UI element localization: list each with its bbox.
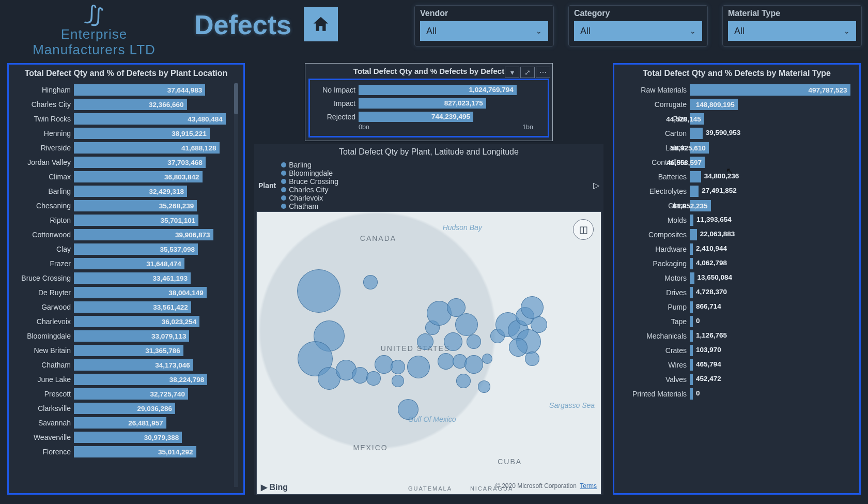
map-bubble[interactable] [363, 275, 378, 289]
map-bubble[interactable] [391, 360, 405, 374]
bar-row[interactable]: De Ruyter38,004,149 [14, 286, 231, 300]
map-bubble[interactable] [521, 296, 544, 319]
filter-vendor-dropdown[interactable]: All ⌄ [420, 21, 548, 41]
legend-next-icon[interactable]: ▷ [593, 180, 599, 190]
bar-row[interactable]: Wires465,794 [619, 358, 851, 372]
filter-material-type-dropdown[interactable]: All ⌄ [728, 21, 856, 41]
bar-row[interactable]: Crates103,970 [619, 344, 851, 358]
bar-row[interactable]: June Lake38,224,798 [14, 373, 231, 387]
bar-row[interactable]: Packaging4,062,798 [619, 257, 851, 271]
bar-row[interactable]: Barling32,429,318 [14, 185, 231, 198]
bar-value: 32,429,318 [149, 188, 184, 195]
legend-item[interactable]: Charles City [281, 186, 338, 194]
bar-row[interactable]: Mechanicals1,126,765 [619, 329, 851, 343]
bar-row[interactable]: Raw Materials497,787,523 [619, 83, 851, 97]
bar-value: 744,239,495 [431, 113, 470, 120]
bar-row[interactable]: Climax36,803,842 [14, 170, 231, 184]
bar-row[interactable]: Drives4,728,370 [619, 286, 851, 300]
bar-row[interactable]: No Impact1,024,769,794 [314, 83, 544, 97]
bar-row[interactable]: Molds11,393,654 [619, 213, 851, 227]
map-bubble[interactable] [482, 354, 492, 364]
map-bubble[interactable] [467, 334, 481, 349]
legend-item-label: Bruce Crossing [289, 177, 338, 186]
legend-item[interactable]: Chatham [281, 202, 338, 210]
bar-row[interactable]: Pump866,714 [619, 300, 851, 314]
map-bubble[interactable] [525, 352, 539, 366]
legend-item[interactable]: Bloomingdale [281, 169, 338, 177]
plant-bar-list[interactable]: Hingham37,644,983Charles City32,366,660T… [14, 83, 234, 487]
legend-item[interactable]: Barling [281, 161, 338, 169]
bar-row[interactable]: Printed Materials0 [619, 387, 851, 401]
plant-scrollbar[interactable] [234, 83, 238, 487]
bar-row[interactable]: Impact827,023,175 [314, 97, 544, 110]
bar-value: 103,970 [696, 346, 721, 354]
bar-row[interactable]: Motors13,650,084 [619, 271, 851, 285]
legend-item[interactable]: Bruce Crossing [281, 177, 338, 186]
more-options-icon[interactable]: ⋯ [536, 67, 550, 78]
map-terms-link[interactable]: Terms [580, 482, 597, 490]
map-bubble[interactable] [464, 355, 483, 374]
bar-track: 866,714 [690, 301, 851, 313]
bar-row[interactable]: Charlevoix36,023,254 [14, 315, 231, 329]
bar-row[interactable]: Tape0 [619, 315, 851, 329]
map-bubble[interactable] [398, 399, 419, 420]
map-lasso-icon[interactable]: ◫ [573, 219, 594, 240]
bar-row[interactable]: Henning38,915,221 [14, 127, 231, 141]
legend-dot-icon [281, 171, 286, 176]
map-canvas[interactable]: ◫ CANADA UNITED STATES MEXICO CUBA GUATE… [256, 211, 601, 495]
map-bubble[interactable] [297, 269, 340, 313]
map-bubble[interactable] [456, 374, 471, 388]
bar-row[interactable]: Controllers46,558,597 [619, 156, 851, 170]
bar-row[interactable]: Frazer31,648,474 [14, 257, 231, 271]
bar-row[interactable]: Weaverville30,979,388 [14, 431, 231, 445]
bar-row[interactable]: Electrolytes27,491,852 [619, 185, 851, 198]
filter-icon[interactable]: ▾ [505, 67, 519, 78]
bar-row[interactable]: Rejected744,239,495 [314, 110, 544, 124]
bar-row[interactable]: Hardware2,410,944 [619, 242, 851, 256]
bar-row[interactable]: Glass64,952,235 [619, 199, 851, 213]
bar-row[interactable]: Bruce Crossing33,461,193 [14, 271, 231, 285]
bar-row[interactable]: Cottonwood39,906,873 [14, 228, 231, 242]
bar-value: 33,461,193 [152, 274, 188, 282]
bar-row[interactable]: Carton39,590,953 [619, 127, 851, 141]
bar-row[interactable]: Jordan Valley37,703,468 [14, 156, 231, 170]
map-bubble[interactable] [509, 338, 528, 357]
bar-row[interactable]: Labels58,925,610 [619, 141, 851, 155]
bar-row[interactable]: Clarksville29,036,286 [14, 402, 231, 416]
map-bubble[interactable] [444, 332, 462, 351]
bar-label: New Britain [14, 346, 71, 355]
focus-mode-icon[interactable]: ⤢ [520, 67, 535, 78]
bar-row[interactable]: Composites22,063,883 [619, 228, 851, 242]
material-bar-list[interactable]: Raw Materials497,787,523Corrugate148,809… [619, 83, 854, 487]
bar-row[interactable]: Savannah26,481,957 [14, 416, 231, 430]
bar-label: June Lake [14, 375, 71, 384]
map-bubble[interactable] [478, 380, 490, 393]
map-bubble[interactable] [407, 356, 430, 378]
bar-row[interactable]: Twin Rocks43,480,484 [14, 112, 231, 126]
bar-row[interactable]: Ripton35,701,101 [14, 213, 231, 227]
defect-bar-list[interactable]: No Impact1,024,769,794Impact827,023,175R… [308, 79, 549, 138]
bar-row[interactable]: New Britain31,365,786 [14, 344, 231, 358]
bar-row[interactable]: Riverside41,688,128 [14, 141, 231, 155]
home-button[interactable] [304, 7, 338, 41]
filter-category-dropdown[interactable]: All ⌄ [574, 21, 702, 41]
legend-item[interactable]: Charlevoix [281, 194, 338, 202]
bar-row[interactable]: Chatham34,173,046 [14, 358, 231, 372]
bar-row[interactable]: Bloomingdale33,079,113 [14, 329, 231, 343]
bar-row[interactable]: Chesaning35,268,239 [14, 199, 231, 213]
home-icon [311, 14, 331, 34]
bar-row[interactable]: Corrugate148,809,195 [619, 98, 851, 112]
bar-track: 37,644,983 [74, 84, 231, 96]
bar-row[interactable]: Charles City32,366,660 [14, 98, 231, 112]
bar-row[interactable]: Garwood33,561,422 [14, 300, 231, 314]
bar-row[interactable]: Valves452,472 [619, 373, 851, 387]
bar-row[interactable]: Film44,528,145 [619, 112, 851, 126]
bar-row[interactable]: Florence35,014,292 [14, 445, 231, 459]
map-country-label: UNITED STATES [381, 344, 450, 353]
bar-row[interactable]: Clay35,537,098 [14, 242, 231, 256]
bar-label: Molds [619, 216, 687, 224]
filter-material-type-value: All [734, 26, 745, 37]
bar-row[interactable]: Hingham37,644,983 [14, 83, 231, 97]
bar-row[interactable]: Batteries34,800,236 [619, 170, 851, 184]
bar-row[interactable]: Prescott32,725,740 [14, 387, 231, 401]
